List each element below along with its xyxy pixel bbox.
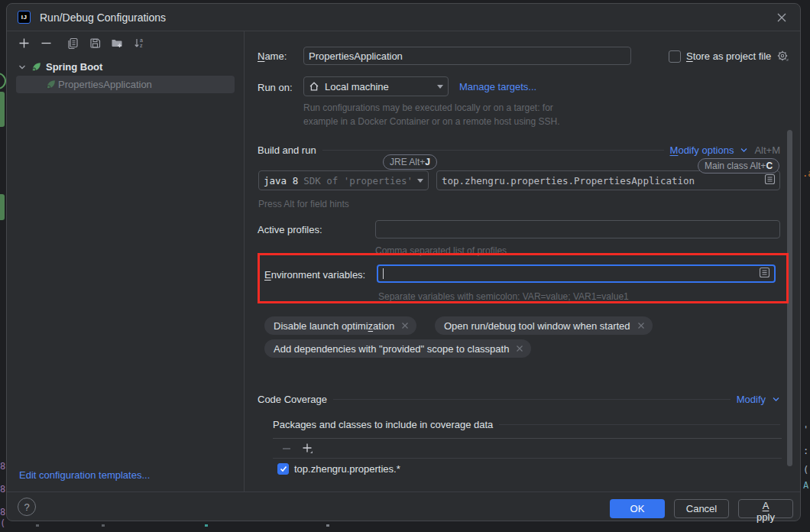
help-button[interactable]: ? [18,498,36,516]
store-as-project-file-row: Store as project file [669,50,789,63]
run-debug-configurations-dialog: IJ Run/Debug Configurations az Spring [6,3,801,521]
store-as-project-file-checkbox[interactable] [669,50,681,63]
spring-boot-icon [45,79,57,90]
ok-button[interactable]: OK [610,499,665,518]
main-class-shortcut-hint: Main class Alt+C [698,158,779,174]
section-divider [333,399,731,400]
build-and-run-section-header: Build and run Modify options Alt+M [258,144,780,156]
modify-options-link[interactable]: Modify options [670,144,734,156]
jre-shortcut-hint: JRE Alt+J [383,154,437,170]
edit-configuration-templates-link[interactable]: Edit configuration templates... [19,469,150,481]
editor-text-fragment: ( [0,518,5,529]
remove-tag-icon[interactable] [637,322,645,329]
build-and-run-title: Build and run [258,144,316,156]
add-icon[interactable] [18,37,30,49]
chevron-down-icon [740,146,748,154]
gutter-change-marker [0,194,5,220]
active-profiles-label: Active profiles: [258,224,322,235]
close-icon[interactable] [774,10,789,25]
tree-item-spring-boot[interactable]: Spring Boot [18,58,102,76]
run-on-value: Local machine [325,81,389,92]
name-label: Name: [258,50,287,62]
browse-icon[interactable] [759,267,770,281]
browse-icon[interactable] [764,174,776,187]
editor-speck [205,524,208,527]
active-profiles-input[interactable] [375,220,780,238]
tree-item-properties-application[interactable]: PropertiesApplication [45,76,152,93]
editor-text-fragment: 8 [0,507,5,517]
editor-text-fragment: ' [803,424,808,435]
coverage-packages-table: top.zhengru.properties.* [273,438,782,493]
code-coverage-section-header: Code Coverage Modify [258,394,780,405]
run-on-label: Run on: [258,82,293,93]
new-folder-icon[interactable] [111,37,123,49]
tree-item-label: PropertiesApplication [58,79,152,90]
configuration-form: Name: PropertiesApplication Store as pro… [244,31,802,493]
remove-tag-icon[interactable] [401,322,409,329]
tag-disable-launch-optimization: Disable launch optimization [264,316,416,335]
jdk-select[interactable]: java 8 SDK of 'properties' [258,170,429,190]
run-on-help-line1: Run configurations may be executed local… [303,102,553,113]
editor-speck [326,524,329,527]
spring-boot-icon [31,61,42,73]
coverage-pattern: top.zhengru.properties.* [294,463,400,475]
gutter-run-icon [0,73,6,89]
environment-variables-label: Environment variables: [264,269,365,281]
tree-item-label: Spring Boot [46,61,102,73]
svg-text:z: z [140,43,143,48]
editor-text-fragment: 8 [0,461,5,472]
dialog-titlebar[interactable]: IJ Run/Debug Configurations [7,4,800,31]
remove-icon[interactable] [280,443,293,455]
tag-open-run-debug-tool-window: Open run/debug tool window when started [435,316,653,335]
copy-icon[interactable] [66,37,79,49]
cancel-button[interactable]: Cancel [674,499,729,518]
press-alt-hint: Press Alt for field hints [258,199,349,209]
coverage-table-toolbar [273,439,782,459]
section-divider [322,150,664,151]
configurations-sidebar: az Spring Boot PropertiesApplication Edi… [7,31,244,491]
vertical-scrollbar[interactable] [787,130,792,466]
dialog-title: Run/Debug Configurations [40,11,166,24]
remove-tag-icon[interactable] [516,345,523,352]
store-as-project-file-label: Store as project file [686,50,771,62]
sidebar-toolbar: az [7,31,244,54]
coverage-packages-header: Packages and classes to include in cover… [273,419,780,430]
chevron-down-icon[interactable] [18,63,27,72]
run-on-select[interactable]: Local machine [303,76,449,96]
jdk-value: java 8 [264,175,298,187]
manage-targets-link[interactable]: Manage targets... [459,81,536,92]
coverage-row-checkbox[interactable] [277,463,289,475]
svg-text:a: a [140,37,143,43]
dropdown-arrow-icon [437,85,443,89]
editor-text-fragment: 8 [0,484,5,495]
tag-add-provided-dependencies: Add dependencies with "provided" scope t… [264,339,531,358]
editor-text-fragment: .a [802,168,810,179]
coverage-modify-link[interactable]: Modify [737,394,766,405]
environment-variables-input[interactable] [377,264,776,283]
remove-icon[interactable] [40,37,52,49]
intellij-logo-icon: IJ [18,11,31,24]
add-icon[interactable] [302,443,314,455]
save-icon[interactable] [89,37,101,49]
editor-speck [102,524,105,527]
gear-icon[interactable] [776,50,789,63]
editor-text-fragment: A [803,480,808,491]
active-profiles-hint: Comma separated list of profiles [375,245,507,256]
coverage-packages-title: Packages and classes to include in cover… [273,419,493,430]
jdk-description: SDK of 'properties' [303,175,413,187]
editor-speck [36,524,39,527]
coverage-table-row[interactable]: top.zhengru.properties.* [273,459,782,478]
sort-alphabetically-icon[interactable]: az [133,37,145,49]
dialog-footer: ? OK Cancel Apply [7,491,800,521]
home-icon [309,81,319,92]
chevron-down-icon [772,395,780,404]
name-input[interactable]: PropertiesApplication [303,47,631,65]
text-caret [383,268,384,279]
editor-text-fragment: : [803,446,808,456]
editor-text-fragment: ( [803,465,808,475]
modify-options-shortcut: Alt+M [754,144,780,156]
dropdown-arrow-icon [417,179,423,183]
code-coverage-title: Code Coverage [258,394,327,405]
apply-button[interactable]: Apply [738,499,793,518]
gutter-change-marker [0,92,5,127]
